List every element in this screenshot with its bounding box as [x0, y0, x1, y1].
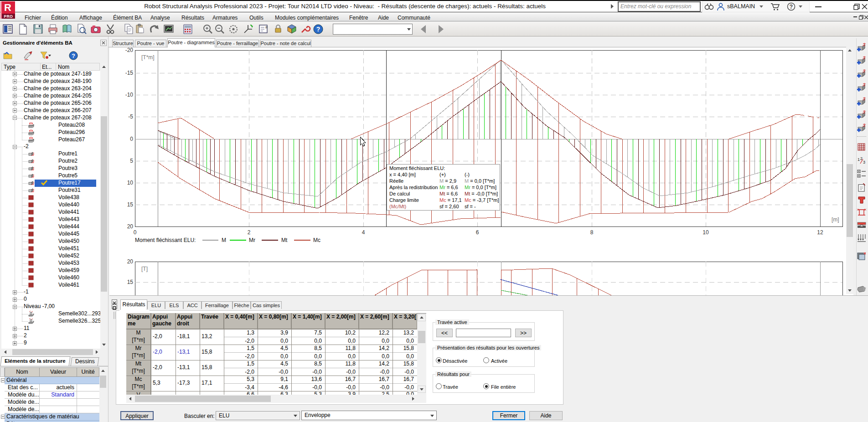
svg-text:0: 0: [134, 229, 137, 236]
svg-text:?: ?: [790, 4, 793, 10]
svg-text:?: ?: [316, 26, 320, 33]
svg-text:15: 15: [127, 201, 134, 208]
svg-text:3: 3: [863, 160, 865, 165]
svg-text:5: 5: [130, 158, 133, 164]
svg-text:M: M: [222, 237, 226, 243]
svg-text:#: #: [265, 25, 268, 30]
svg-text:12: 12: [817, 229, 823, 236]
svg-text:8: 8: [590, 229, 594, 236]
svg-text:[T*m]: [T*m]: [141, 54, 155, 61]
svg-text:[T]: [T]: [141, 266, 148, 272]
svg-text:10: 10: [127, 180, 134, 186]
svg-text:[m]: [m]: [832, 216, 839, 223]
svg-text:-20: -20: [125, 47, 134, 53]
svg-text:6: 6: [476, 229, 479, 236]
svg-text:?: ?: [72, 52, 75, 59]
svg-text:1: 1: [858, 157, 860, 162]
svg-text:-5: -5: [128, 113, 133, 120]
svg-text:Mc: Mc: [313, 237, 320, 243]
svg-text:Mr: Mr: [249, 237, 255, 243]
svg-text:15: 15: [127, 279, 134, 285]
svg-text:Mt: Mt: [281, 237, 288, 243]
svg-text:Moment fléchissant ELU:: Moment fléchissant ELU:: [135, 237, 196, 243]
svg-text:20: 20: [127, 258, 134, 265]
svg-text:20: 20: [127, 223, 134, 230]
svg-text:0: 0: [130, 136, 133, 142]
svg-text:4: 4: [362, 229, 365, 236]
svg-text:-10: -10: [125, 92, 134, 98]
svg-text:10: 10: [703, 229, 709, 236]
svg-text:-15: -15: [125, 70, 134, 76]
svg-text:2: 2: [248, 229, 251, 236]
